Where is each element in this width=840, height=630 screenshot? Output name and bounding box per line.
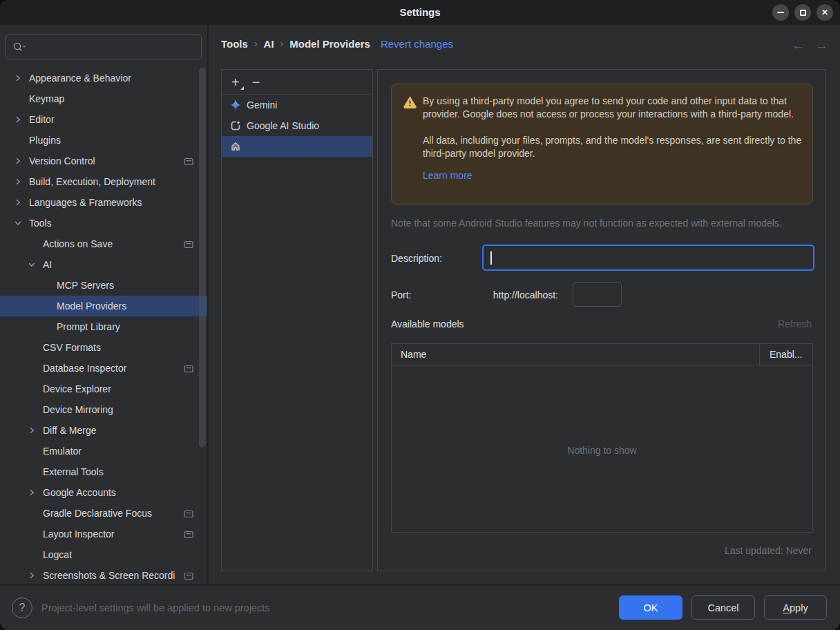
apply-button[interactable]: Apply (764, 595, 827, 620)
sidebar-item-keymap[interactable]: Keymap (0, 88, 207, 109)
forward-arrow-icon[interactable]: → (815, 38, 828, 53)
close-button[interactable]: ✕ (817, 4, 833, 21)
remove-provider-button[interactable]: − (252, 75, 260, 89)
minimize-button[interactable] (772, 4, 789, 21)
sidebar-item-emulator[interactable]: Emulator (0, 441, 207, 461)
sidebar-item-label: Screenshots & Screen Recordi (43, 570, 175, 581)
sidebar-item-logcat[interactable]: Logcat (0, 544, 207, 565)
screen-icon (184, 530, 193, 541)
sidebar-item-appearance-behavior[interactable]: Appearance & Behavior (0, 68, 207, 88)
breadcrumb-tools[interactable]: Tools (221, 38, 248, 50)
revert-changes-link[interactable]: Revert changes (381, 38, 453, 50)
sidebar-item-mcp-servers[interactable]: MCP Servers (0, 275, 207, 296)
column-header-enabled[interactable]: Enabl... (760, 349, 812, 360)
empty-table-text: Nothing to show (392, 445, 812, 456)
sidebar-item-label: External Tools (43, 466, 104, 477)
breadcrumb-separator: › (280, 38, 284, 49)
external-models-note: Note that some Android Studio features m… (391, 218, 813, 229)
sidebar-item-label: Gradle Declarative Focus (43, 508, 152, 519)
description-input[interactable] (482, 245, 814, 271)
sidebar-item-model-providers[interactable]: Model Providers (0, 296, 207, 316)
sidebar-item-gradle-declarative-focus[interactable]: Gradle Declarative Focus (0, 503, 207, 524)
available-models-table: Name Enabl... Nothing to show (391, 343, 813, 533)
vertical-divider (207, 25, 209, 584)
third-party-warning-banner: By using a third-party model you agree t… (391, 84, 813, 204)
chevron-right-icon[interactable] (14, 198, 22, 207)
sidebar-item-label: Logcat (43, 549, 72, 560)
settings-window: Settings ✕ Tools › AI › Model Providers … (0, 0, 840, 630)
sidebar-item-label: Plugins (29, 135, 61, 146)
help-icon[interactable]: ? (12, 598, 32, 618)
sidebar-item-device-explorer[interactable]: Device Explorer (0, 379, 207, 399)
tree-scrollbar[interactable] (199, 68, 206, 448)
sidebar-item-label: Actions on Save (43, 238, 113, 249)
apply-mnemonic: A (783, 602, 790, 613)
search-icon (12, 41, 26, 52)
minimize-icon (777, 12, 784, 13)
sidebar-item-editor[interactable]: Editor (0, 109, 207, 130)
back-arrow-icon[interactable]: ← (792, 38, 805, 53)
chevron-down-icon[interactable] (14, 219, 22, 227)
sidebar-item-label: Model Providers (57, 300, 126, 312)
plus-icon: + (231, 75, 240, 90)
sidebar-item-label: Editor (29, 114, 55, 125)
sidebar-item-prompt-library[interactable]: Prompt Library (0, 316, 207, 337)
sidebar-item-label: AI (43, 259, 52, 270)
settings-search-input[interactable] (6, 35, 202, 59)
chevron-down-icon[interactable] (28, 260, 36, 269)
table-header: Name Enabl... (392, 344, 812, 365)
sidebar-item-csv-formats[interactable]: CSV Formats (0, 337, 207, 358)
ok-button[interactable]: OK (619, 595, 682, 620)
sidebar-item-google-accounts[interactable]: Google Accounts (0, 482, 207, 503)
sidebar-item-diff-merge[interactable]: Diff & Merge (0, 420, 207, 441)
breadcrumb-model-providers[interactable]: Model Providers (289, 38, 370, 50)
provider-item-gemini[interactable]: Gemini (222, 95, 372, 115)
sidebar-item-label: Device Explorer (43, 383, 111, 394)
sidebar-item-build-execution-deployment[interactable]: Build, Execution, Deployment (0, 171, 207, 192)
sidebar-item-version-control[interactable]: Version Control (0, 151, 207, 171)
screen-icon (184, 571, 193, 582)
sidebar-item-plugins[interactable]: Plugins (0, 130, 207, 151)
provider-toolbar: + − (222, 70, 372, 95)
chevron-right-icon[interactable] (28, 426, 36, 435)
add-provider-button[interactable]: + (231, 75, 240, 89)
provider-list-panel: + − GeminiGoogle AI Studio (221, 69, 373, 571)
warning-paragraph-1: By using a third-party model you agree t… (423, 95, 806, 121)
sidebar-item-label: Emulator (43, 446, 82, 457)
sidebar-item-ai[interactable]: AI (0, 254, 207, 275)
learn-more-link[interactable]: Learn more (423, 169, 472, 182)
screen-icon (184, 364, 193, 375)
chevron-right-icon[interactable] (14, 115, 22, 124)
chevron-right-icon[interactable] (28, 571, 36, 580)
breadcrumb-ai[interactable]: AI (264, 38, 274, 50)
chevron-right-icon[interactable] (14, 178, 22, 186)
settings-tree: Appearance & BehaviorKeymapEditorPlugins… (0, 68, 207, 584)
close-icon: ✕ (821, 8, 828, 17)
sidebar-item-label: MCP Servers (57, 280, 114, 291)
sidebar-item-device-mirroring[interactable]: Device Mirroring (0, 399, 207, 420)
chevron-right-icon[interactable] (14, 74, 22, 82)
sidebar-item-database-inspector[interactable]: Database Inspector (0, 358, 207, 379)
footer-divider (0, 584, 840, 586)
sidebar-item-label: Appearance & Behavior (29, 73, 131, 84)
available-models-label: Available models (391, 318, 464, 330)
port-input[interactable] (573, 282, 622, 307)
sidebar-item-screenshots-screen-recordi[interactable]: Screenshots & Screen Recordi (0, 565, 207, 584)
cancel-button[interactable]: Cancel (691, 595, 755, 620)
chevron-right-icon[interactable] (14, 157, 22, 165)
provider-item-google-ai-studio[interactable]: Google AI Studio (222, 115, 372, 136)
sidebar-item-external-tools[interactable]: External Tools (0, 461, 207, 482)
sidebar-item-label: Device Mirroring (43, 404, 113, 415)
sidebar-item-layout-inspector[interactable]: Layout Inspector (0, 524, 207, 544)
sidebar-item-label: Google Accounts (43, 487, 116, 498)
column-header-name[interactable]: Name (392, 349, 759, 360)
chevron-right-icon[interactable] (28, 488, 36, 497)
refresh-button[interactable]: Refresh (778, 318, 812, 330)
provider-item-new[interactable] (222, 136, 372, 157)
warning-text: By using a third-party model you agree t… (423, 95, 806, 182)
sidebar-item-languages-frameworks[interactable]: Languages & Frameworks (0, 192, 207, 213)
breadcrumb: Tools › AI › Model Providers Revert chan… (221, 35, 453, 52)
maximize-button[interactable] (794, 4, 811, 21)
sidebar-item-actions-on-save[interactable]: Actions on Save (0, 233, 207, 254)
sidebar-item-tools[interactable]: Tools (0, 213, 207, 233)
